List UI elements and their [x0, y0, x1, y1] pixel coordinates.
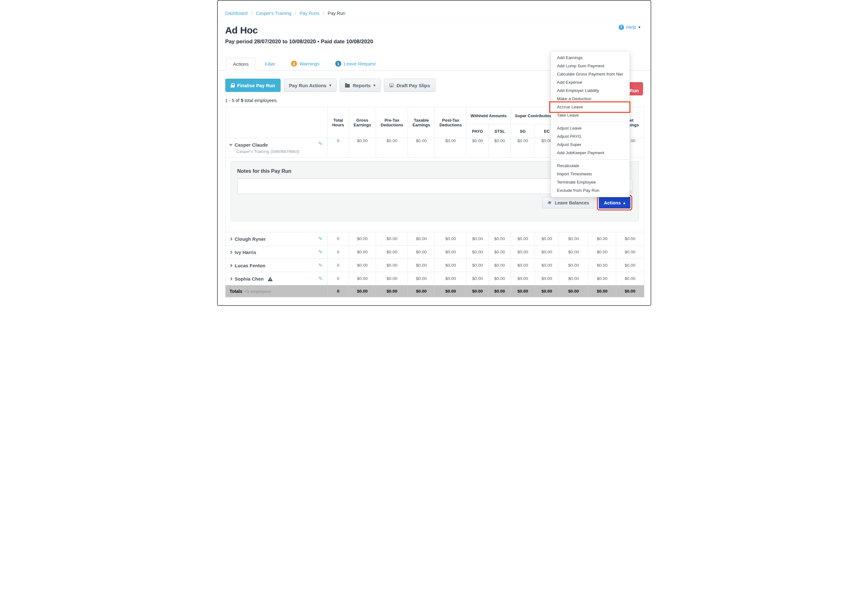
menu-item-add-expense[interactable]: Add Expense — [551, 78, 629, 87]
actions-label: Actions — [604, 200, 621, 205]
cell: $0.00 — [376, 245, 408, 259]
cell: $0.00 — [511, 259, 535, 272]
edit-pencil-icon[interactable]: ✎ — [319, 275, 322, 281]
col-pre-tax-deductions: Pre-Tax Deductions — [376, 107, 408, 138]
finalise-label: Finalise Pay Run — [237, 83, 275, 88]
menu-item-add-earnings[interactable]: Add Earnings — [551, 54, 629, 62]
chevron-down-icon: ▾ — [374, 83, 375, 88]
col-taxable-earnings: Taxable Earnings — [408, 107, 435, 138]
help-menu[interactable]: ? Help ▾ — [619, 24, 640, 30]
cell: $0.00 — [488, 272, 511, 285]
edit-pencil-icon[interactable]: ✎ — [319, 141, 322, 147]
employee-name[interactable]: Sophia Chen ! — [230, 276, 273, 282]
cell: $0.00 — [349, 259, 376, 272]
menu-item-import-timesheets[interactable]: Import Timesheets — [551, 170, 629, 178]
reports-button[interactable]: Reports ▾ — [340, 79, 381, 92]
employee-business: Casper's Training (58606879663) — [236, 149, 315, 154]
menu-item-calculate-gross-payment-from-net[interactable]: Calculate Gross Payment from Net — [551, 70, 629, 78]
chevron-right-icon[interactable] — [229, 264, 232, 267]
table-row-clough-ryner: Clough Ryner ✎ 0 $0.00 $0.00 $0.00 $0.00… — [225, 232, 644, 245]
edit-pencil-icon[interactable]: ✎ — [319, 249, 322, 255]
menu-item-add-jobkeeper-payment[interactable]: Add JobKeeper Payment — [551, 149, 629, 157]
table-row-lucas-fenton: Lucas Fenton ✎ 0 $0.00 $0.00 $0.00 $0.00… — [225, 259, 644, 272]
draft-pay-slips-button[interactable]: Draft Pay Slips — [384, 79, 436, 92]
cell-total-hours: 0 — [327, 259, 349, 272]
employee-actions-button[interactable]: Actions ▴ — [599, 197, 630, 209]
cell: $0.00 — [467, 259, 488, 272]
menu-item-adjust-leave[interactable]: Adjust Leave — [551, 124, 629, 132]
menu-item-adjust-payg[interactable]: Adjust PAYG — [551, 132, 629, 141]
cell: $0.00 — [349, 272, 376, 285]
employee-name-label: Lucas Fenton — [235, 263, 266, 268]
employee-name[interactable]: Casper Claude — [230, 142, 268, 147]
plane-icon: ✈ — [547, 199, 553, 206]
pay-period-subtitle: Pay period 28/07/2020 to 10/08/2020 • Pa… — [225, 39, 642, 45]
cell: $0.00 — [588, 245, 616, 259]
cell: $0.00 — [559, 259, 588, 272]
folder-icon — [345, 84, 350, 88]
menu-item-take-leave[interactable]: Take Leave — [551, 111, 629, 119]
total-cell: $0.00 — [435, 285, 467, 297]
edit-pencil-icon[interactable]: ✎ — [319, 262, 322, 268]
menu-item-add-employer-liability[interactable]: Add Employer Liability — [551, 87, 629, 95]
cell: $0.00 — [616, 245, 644, 259]
col-post-tax-deductions: Post-Tax Deductions — [435, 107, 467, 138]
warnings-count-badge: 2 — [291, 60, 297, 67]
menu-item-recalculate[interactable]: Recalculate — [551, 162, 629, 170]
totals-row: Totals•5 employees 0 $0.00 $0.00 $0.00 $… — [225, 285, 644, 297]
chevron-down-icon[interactable] — [229, 143, 232, 146]
menu-item-make-a-deduction[interactable]: Make a Deduction — [551, 95, 629, 103]
cell: $0.00 — [376, 272, 408, 285]
cell: $0.00 — [511, 232, 535, 245]
table-row-ivy-harris: Ivy Harris ✎ 0 $0.00 $0.00 $0.00 $0.00 $… — [225, 245, 644, 259]
cell: $0.00 — [467, 232, 488, 245]
breadcrumb-business[interactable]: Casper's Training — [256, 11, 291, 16]
cell: $0.00 — [349, 232, 376, 245]
cell: $0.00 — [376, 259, 408, 272]
cell: $0.00 — [488, 138, 511, 158]
total-cell: $0.00 — [349, 285, 376, 297]
finalise-pay-run-button[interactable]: Finalise Pay Run — [225, 79, 281, 92]
chevron-right-icon[interactable] — [229, 277, 232, 280]
menu-item-exclude-from-pay-run[interactable]: Exclude from Pay Run — [551, 186, 629, 195]
tab-actions[interactable]: Actions — [226, 58, 255, 70]
cell: $0.00 — [435, 232, 467, 245]
totals-label: Totals — [230, 289, 242, 294]
cell: $0.00 — [408, 232, 435, 245]
cell: $0.00 — [408, 138, 435, 158]
cell: $0.00 — [349, 138, 376, 158]
employee-cell: Lucas Fenton ✎ — [225, 259, 327, 272]
col-total-hours: Total Hours — [327, 107, 349, 138]
edit-pencil-icon[interactable]: ✎ — [319, 236, 322, 242]
draft-pay-slips-label: Draft Pay Slips — [397, 83, 430, 88]
bullet-icon: • — [244, 289, 246, 294]
cell: $0.00 — [559, 232, 588, 245]
document-list-icon — [389, 84, 394, 87]
menu-item-add-lump-sum-payment[interactable]: Add Lump Sum Payment — [551, 62, 629, 70]
cell-total-hours: 0 — [327, 232, 349, 245]
tab-filter[interactable]: Filter — [259, 58, 282, 70]
cell: $0.00 — [511, 138, 535, 158]
tab-leave-request[interactable]: 1 Leave Request — [329, 57, 382, 70]
employee-name[interactable]: Ivy Harris — [230, 249, 256, 255]
pay-run-actions-button[interactable]: Pay Run Actions ▾ — [284, 79, 337, 92]
employee-name[interactable]: Lucas Fenton — [230, 263, 266, 268]
breadcrumb-pay-runs[interactable]: Pay Runs — [299, 11, 319, 16]
tab-label: Actions — [233, 61, 249, 67]
leave-balances-button[interactable]: ✈ Leave Balances — [542, 197, 594, 209]
employee-name[interactable]: Clough Ryner — [230, 236, 266, 242]
breadcrumb-dashboard[interactable]: Dashboard — [225, 11, 248, 16]
cell: $0.00 — [616, 272, 644, 285]
cell: $0.00 — [559, 272, 588, 285]
tab-warnings[interactable]: 2 Warnings — [285, 57, 326, 70]
cell: $0.00 — [408, 245, 435, 259]
menu-item-adjust-super[interactable]: Adjust Super — [551, 141, 629, 149]
chevron-down-icon: ▾ — [329, 83, 331, 88]
cell: $0.00 — [511, 272, 535, 285]
menu-item-accrue-leave[interactable]: Accrue Leave — [551, 103, 629, 111]
chevron-right-icon[interactable] — [229, 238, 232, 241]
menu-item-terminate-employee[interactable]: Terminate Employee — [551, 178, 629, 186]
breadcrumb-separator: / — [295, 11, 296, 16]
cell: $0.00 — [535, 259, 559, 272]
chevron-right-icon[interactable] — [229, 251, 232, 254]
